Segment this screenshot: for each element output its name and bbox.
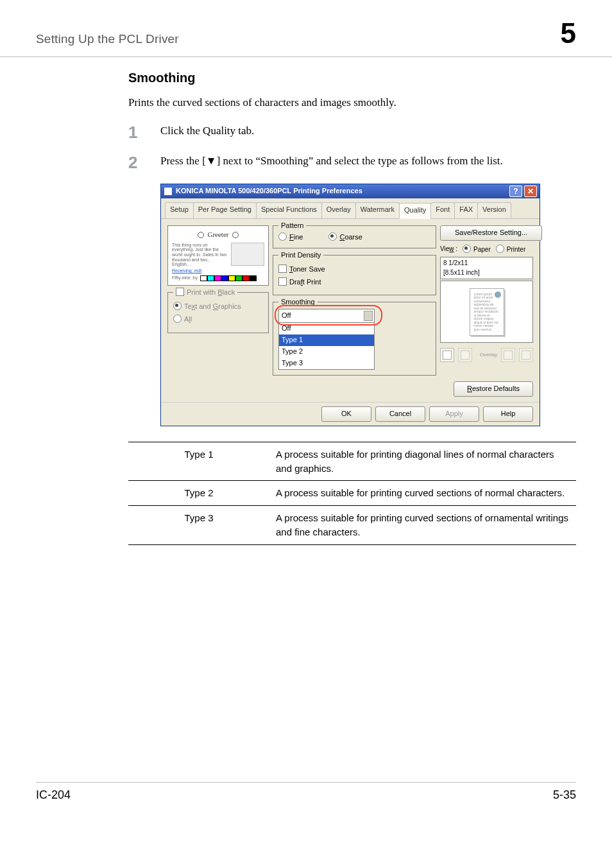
paper-size-name: 8 1/2x11: [443, 259, 530, 268]
smoothing-group: Smoothing Off OffType 1Type 2Type 3: [273, 302, 436, 376]
type-desc: A process suitable for printing curved s…: [269, 506, 576, 545]
opt-coarse: Coarse: [339, 233, 362, 241]
print-with-black-group: Print with Black Text and Graphics All: [167, 292, 269, 333]
document-preview: Greeter This thing runs on everything. J…: [167, 225, 269, 286]
tab-font[interactable]: Font: [430, 202, 455, 218]
checkbox-icon[interactable]: [278, 277, 287, 286]
save-restore-button[interactable]: Save/Restore Setting...: [440, 225, 542, 241]
opt-fine: Fine: [289, 233, 303, 241]
checkbox-icon[interactable]: [278, 265, 287, 273]
step-1: 1 Click the Quality tab.: [128, 123, 576, 139]
dialog-titlebar[interactable]: KONICA MINOLTA 500/420/360PCL Printing P…: [161, 184, 540, 198]
print-with-black-label: Print with Black: [187, 288, 235, 296]
page-preview: Lorem ipsum dolor sit amet consectetur a…: [440, 281, 533, 343]
section-title: Smoothing: [128, 69, 576, 87]
tab-watermark[interactable]: Watermark: [355, 202, 400, 218]
pattern-group: Pattern Fine Coarse: [273, 225, 436, 248]
dialog-footer: OK Cancel Apply Help: [161, 402, 540, 426]
restore-defaults-button[interactable]: Restore Defaults: [454, 381, 533, 397]
tab-per-page-setting[interactable]: Per Page Setting: [193, 202, 257, 218]
step-1-number: 1: [128, 121, 137, 145]
tab-fax[interactable]: FAX: [454, 202, 478, 218]
dialog-screenshot: KONICA MINOLTA 500/420/360PCL Printing P…: [160, 184, 539, 426]
tab-version[interactable]: Version: [477, 202, 511, 218]
tab-setup[interactable]: Setup: [165, 202, 194, 218]
table-row: Type 2A process suitable for printing cu…: [128, 481, 576, 506]
running-head: Setting Up the PCL Driver: [36, 30, 561, 48]
ok-button[interactable]: OK: [321, 406, 371, 422]
apply-button[interactable]: Apply: [429, 406, 479, 422]
smoothing-option[interactable]: Type 3: [279, 358, 374, 369]
preview-link: Receiving: mdt: [172, 268, 264, 274]
pattern-title: Pattern: [278, 221, 306, 231]
step-1-text: Click the Quality tab.: [160, 125, 254, 137]
smoothing-dropdown-field[interactable]: Off: [278, 309, 375, 323]
radio-icon[interactable]: [173, 315, 182, 323]
preferences-dialog: KONICA MINOLTA 500/420/360PCL Printing P…: [160, 184, 540, 426]
opt-text-graphics: Text and Graphics: [184, 302, 241, 310]
opt-all: All: [184, 315, 192, 323]
bullet-icon: [198, 232, 204, 238]
print-density-title: Print Density: [278, 250, 323, 261]
opt-draft: Draft Print: [289, 278, 321, 286]
smoothing-option[interactable]: Off: [279, 323, 374, 334]
radio-icon[interactable]: [328, 232, 337, 241]
paper-size-dim: [8.5x11 inch]: [443, 268, 530, 278]
help-button[interactable]: Help: [483, 406, 533, 422]
step-2: 2 Press the [▼] next to “Smoothing” and …: [128, 153, 576, 169]
type-name: Type 1: [128, 442, 269, 481]
footer-left: IC-204: [36, 786, 553, 803]
smoothing-option[interactable]: Type 2: [279, 346, 374, 358]
tab-strip: SetupPer Page SettingSpecial FunctionsOv…: [161, 198, 540, 219]
step-2-number: 2: [128, 151, 137, 175]
opt-paper: Paper: [473, 246, 491, 253]
checkbox-icon[interactable]: [176, 288, 184, 296]
cancel-button[interactable]: Cancel: [375, 406, 425, 422]
bullet-icon: [232, 232, 239, 238]
section-intro: Prints the curved sections of characters…: [128, 95, 576, 111]
smoothing-dropdown[interactable]: Off OffType 1Type 2Type 3: [278, 309, 375, 370]
table-row: Type 1A process suitable for printing di…: [128, 442, 576, 481]
layout-icon-toolbar: Overlay: [440, 348, 533, 362]
smoothing-types-table: Type 1A process suitable for printing di…: [128, 442, 576, 545]
layout-icon[interactable]: [458, 348, 472, 362]
radio-icon[interactable]: [496, 245, 504, 253]
color-swatches: [200, 275, 257, 281]
preview-image: [231, 243, 264, 266]
smoothing-dropdown-list[interactable]: OffType 1Type 2Type 3: [278, 323, 375, 370]
step-2-text: Press the [▼] next to “Smoothing” and se…: [160, 155, 503, 167]
smoothing-value: Off: [282, 311, 291, 319]
help-window-button[interactable]: ?: [509, 186, 522, 197]
footer-right: 5-35: [553, 786, 576, 803]
preview-subtext: Fifty-nine :by: [172, 275, 198, 281]
table-row: Type 3A process suitable for printing cu…: [128, 506, 576, 545]
tab-special-functions[interactable]: Special Functions: [256, 202, 322, 218]
tab-quality[interactable]: Quality: [399, 203, 431, 219]
opt-tonersave: Toner Save: [289, 265, 325, 273]
type-name: Type 2: [128, 481, 269, 506]
dialog-title: KONICA MINOLTA 500/420/360PCL Printing P…: [176, 186, 507, 196]
radio-icon[interactable]: [173, 302, 182, 310]
paper-size-display: 8 1/2x11 [8.5x11 inch]: [440, 257, 533, 279]
layout-icon[interactable]: [440, 348, 454, 362]
layout-icon[interactable]: [501, 348, 515, 362]
overlay-badge: Overlay: [480, 351, 498, 359]
type-desc: A process suitable for printing diagonal…: [269, 442, 576, 481]
view-label: View :: [440, 245, 457, 254]
chapter-number: 5: [561, 13, 576, 54]
print-density-group: Print Density Toner Save Draft Print: [273, 255, 436, 296]
smoothing-option[interactable]: Type 1: [279, 334, 374, 346]
preview-title: Greeter: [208, 230, 229, 240]
app-icon: [164, 187, 173, 196]
chevron-down-icon: [365, 313, 370, 316]
type-desc: A process suitable for printing curved s…: [269, 481, 576, 506]
layout-icon[interactable]: [519, 348, 533, 362]
radio-icon[interactable]: [463, 245, 471, 253]
close-window-button[interactable]: ✕: [524, 186, 537, 197]
type-name: Type 3: [128, 506, 269, 545]
preview-blurb: This thing runs on everything. Just like…: [172, 243, 228, 267]
radio-icon[interactable]: [278, 232, 287, 241]
tab-overlay[interactable]: Overlay: [321, 202, 356, 218]
opt-printer: Printer: [507, 246, 525, 253]
smoothing-title: Smoothing: [278, 297, 318, 308]
